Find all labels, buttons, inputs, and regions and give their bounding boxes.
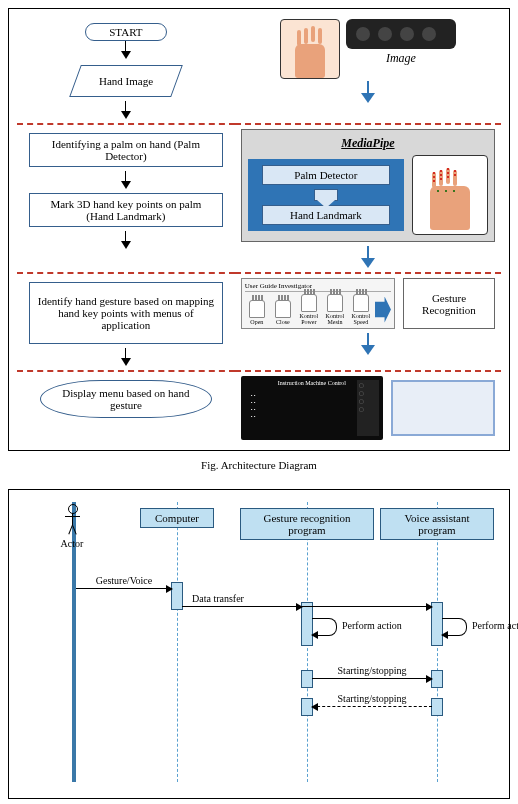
sequence-diagram: Actor Computer Gesture recognition progr… bbox=[8, 489, 510, 799]
arch-left-step3: Identify hand gesture based on mapping h… bbox=[17, 272, 235, 370]
computer-head: Computer bbox=[140, 508, 214, 528]
guide-item-1: Close bbox=[276, 319, 290, 325]
guide-arrow-icon bbox=[375, 297, 391, 323]
user-guide-title: User Guide Investigator bbox=[245, 282, 391, 292]
step3-box: Identify hand gesture based on mapping h… bbox=[29, 282, 223, 344]
hand-landmark-box: Hand Landmark bbox=[262, 205, 390, 225]
msg-label-3: Perform action bbox=[342, 620, 402, 631]
msg-gesture-voice: Gesture/Voice bbox=[76, 588, 172, 589]
app-screenshot: Instruction Machine Control • •• •• •• •… bbox=[241, 376, 383, 440]
arch-right-mediapipe: MediaPipe Palm Detector Hand Landmark bbox=[235, 123, 501, 272]
gesture-recognition-box: Gesture Recognition bbox=[403, 278, 495, 329]
actor-label: Actor bbox=[60, 538, 84, 549]
msg-label-5: Starting/stopping bbox=[338, 665, 407, 676]
self-perform-gesture: Perform action bbox=[312, 618, 337, 636]
input-node: Hand Image bbox=[69, 65, 183, 97]
arch-left-step4: Display menu based on hand gesture bbox=[17, 370, 235, 444]
step1-box: Identifying a palm on hand (Palm Detecto… bbox=[29, 133, 223, 167]
activation-voice-3 bbox=[431, 698, 443, 716]
arch-right-display: Instruction Machine Control • •• •• •• •… bbox=[235, 370, 501, 444]
image-label: Image bbox=[386, 51, 416, 66]
msg-label-2: Data transfer bbox=[192, 593, 244, 604]
gesture-head: Gesture recognition program bbox=[240, 508, 374, 540]
msg-label-1: Gesture/Voice bbox=[96, 575, 152, 586]
hand-photo bbox=[280, 19, 340, 79]
mediapipe-title: MediaPipe bbox=[248, 136, 488, 151]
msg-label-6: Starting/stopping bbox=[338, 693, 407, 704]
guide-item-4: Kontrol Speed bbox=[352, 313, 371, 325]
msg-data-transfer-v bbox=[182, 606, 432, 607]
lifeline-computer bbox=[177, 502, 178, 782]
start-node: START bbox=[85, 23, 167, 41]
guide-item-3: Kontrol Mesin bbox=[326, 313, 345, 325]
user-guide-box: User Guide Investigator Open Close Kontr… bbox=[241, 278, 395, 329]
input-label: Hand Image bbox=[99, 75, 153, 87]
step2-box: Mark 3D hand key points on palm (Hand La… bbox=[29, 193, 223, 227]
msg-start-stop-ret: Starting/stopping bbox=[312, 706, 432, 707]
architecture-diagram: START Hand Image Image bbox=[8, 8, 510, 451]
kinect-icon bbox=[346, 19, 456, 49]
arch-left-step1: Identifying a palm on hand (Palm Detecto… bbox=[17, 123, 235, 272]
palm-detector-box: Palm Detector bbox=[262, 165, 390, 185]
blank-panel bbox=[391, 380, 495, 436]
self-perform-voice: Perform action bbox=[442, 618, 467, 636]
actor-icon: Actor bbox=[60, 504, 84, 549]
mediapipe-arrow-icon bbox=[314, 189, 338, 201]
architecture-caption: Fig. Architecture Diagram bbox=[8, 459, 510, 471]
arch-right-kinect: Image bbox=[235, 15, 501, 123]
activation-gesture-2 bbox=[301, 670, 313, 688]
step4-box: Display menu based on hand gesture bbox=[40, 380, 212, 418]
guide-item-0: Open bbox=[250, 319, 263, 325]
msg-start-stop-fwd: Starting/stopping bbox=[312, 678, 432, 679]
msg-label-4: Perform action bbox=[472, 620, 518, 631]
arch-right-gesture: User Guide Investigator Open Close Kontr… bbox=[235, 272, 501, 370]
voice-head: Voice assistant program bbox=[380, 508, 494, 540]
arch-left-start: START Hand Image bbox=[17, 15, 235, 123]
guide-item-2: Kontrol Power bbox=[300, 313, 319, 325]
hand-landmark-photo bbox=[412, 155, 488, 235]
